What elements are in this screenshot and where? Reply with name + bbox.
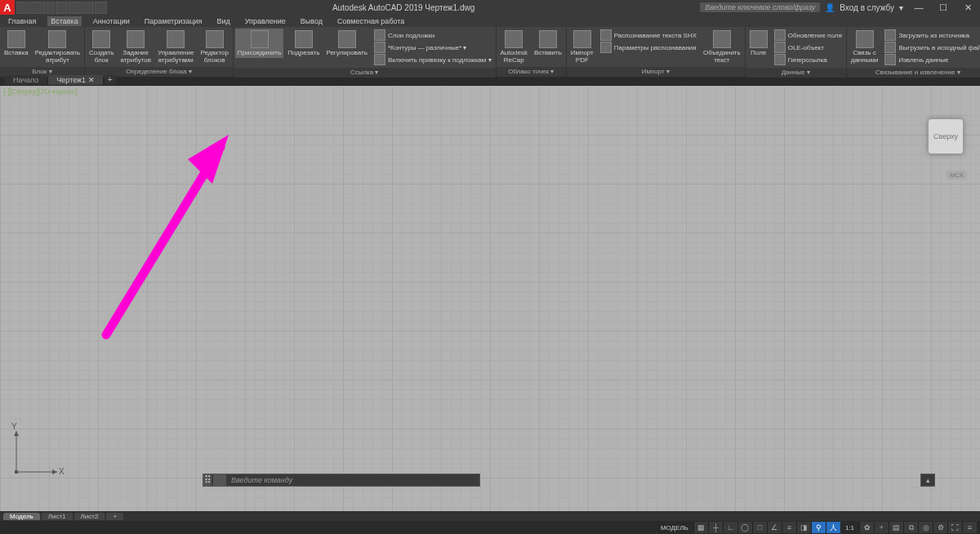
refresh-button[interactable]: Обновление поля [773,29,844,41]
attach-icon [251,30,269,48]
insert-button[interactable]: Вставка [2,29,31,58]
units-icon[interactable]: ▤ [889,522,903,533]
command-handle-icon[interactable]: ⠿ [203,474,212,486]
ucs-badge[interactable]: МСК [947,171,967,180]
layout-tab-лист2[interactable]: Лист2 [74,513,105,520]
menu-параметризация[interactable]: Параметризация [141,16,206,26]
login-button[interactable]: 👤 Вход в службу ▾ [825,3,903,12]
y-axis-label: Y [11,423,17,431]
annotation-scale-icon[interactable]: ⚲ [811,522,826,533]
field-icon [750,30,768,48]
menu-главная[interactable]: Главная [5,16,39,26]
scale-display[interactable]: 1:1 [840,524,859,532]
annotation-monitor-icon[interactable]: + [874,522,889,533]
file-tab-чертеж1[interactable]: Чертеж1 ✕ [48,75,102,85]
qat-save-icon[interactable] [42,2,55,14]
command-input[interactable]: Введите команду [228,476,479,484]
drawing-canvas[interactable]: [-][Сверху][2D-каркас] Сверху МСК X Y ⠿ … [0,86,980,511]
extract-button[interactable]: Извлечь данные [883,54,980,65]
menu-вставка[interactable]: Вставка [47,16,81,26]
clean-screen-icon[interactable]: ⛶ [947,522,962,533]
download-button[interactable]: Загрузить из источника [883,29,980,41]
menu-управление[interactable]: Управление [242,16,289,26]
polar-toggle-icon[interactable]: ◯ [737,522,752,533]
panel-title[interactable]: Импорт ▾ [567,67,745,77]
isolate-icon[interactable]: ◎ [918,522,933,533]
x-axis-label: X [59,467,65,476]
osnap-toggle-icon[interactable]: □ [752,522,767,533]
ole-button[interactable]: OLE-объект [773,42,844,53]
edit-attr-button[interactable]: Редактировать атрибут [33,29,82,65]
adjust-button[interactable]: Регулировать [323,29,369,58]
block-editor-button[interactable]: Редактор блоков [198,29,230,65]
recap-button[interactable]: Autodesk ReCap [498,29,530,65]
ortho-toggle-icon[interactable]: ∟ [723,522,737,533]
qat-undo-icon[interactable] [82,2,94,14]
customize-icon[interactable]: ≡ [962,522,977,533]
help-search-input[interactable]: Введите ключевое слово/фразу [700,2,820,12]
merge-text-button[interactable]: Объединить текст [701,29,743,65]
create-block-button[interactable]: Создать блок [87,29,116,65]
ribbon-row-label: Слои подложки [388,32,434,39]
qat-open-icon[interactable] [29,2,42,14]
file-tab-начало[interactable]: Начало [5,75,47,85]
layers-button[interactable]: Слои подложки [372,29,493,41]
lineweight-toggle-icon[interactable]: ≡ [782,522,796,533]
link-button[interactable]: Гиперссылка [773,54,844,65]
transparency-toggle-icon[interactable]: ◨ [796,522,811,533]
maximize-button[interactable]: ☐ [931,0,956,15]
recognize-button[interactable]: Параметры распознавания [599,42,698,53]
annotation-visibility-icon[interactable]: 人 [826,522,840,533]
qat-saveas-icon[interactable] [56,2,68,14]
app-logo[interactable]: A [0,0,15,15]
panel-title[interactable]: Ссылка ▾ [234,68,496,78]
ribbon-label: Autodesk ReCap [501,49,528,64]
qat-new-icon[interactable] [16,2,29,14]
layout-tab-модель[interactable]: Модель [3,513,40,520]
pdf-icon [573,30,591,48]
otrack-toggle-icon[interactable]: ∠ [767,522,782,533]
field-button[interactable]: Поле [747,29,770,58]
command-prompt-icon[interactable] [213,474,226,486]
clip-button[interactable]: Подрезать [285,29,322,58]
menu-вывод[interactable]: Вывод [297,16,326,26]
model-space-button[interactable]: МОДЕЛЬ [656,524,693,532]
workspace-switch-icon[interactable]: ✿ [859,522,874,533]
qat-plot-icon[interactable] [69,2,81,14]
define-attr-button[interactable]: Задание атрибутов [118,29,154,65]
grid-toggle-icon[interactable]: ▦ [693,522,708,533]
ribbon-label: Управление атрибутами [158,49,194,64]
new-layout-button[interactable]: + [106,513,123,520]
menu-совместная работа[interactable]: Совместная работа [334,16,408,26]
ribbon-label: Вставить [534,49,562,56]
panel-title[interactable]: Связывание и извлечение ▾ [847,68,980,78]
panel-title[interactable]: Облако точек ▾ [497,67,566,77]
upload-button[interactable]: Выгрузить в исходный файл [883,42,980,53]
ribbon-row-label: Распознавание текста SHX [614,32,697,39]
manage-attr-button[interactable]: Управление атрибутами [155,29,196,65]
nav-cube[interactable]: Сверху [928,118,964,154]
hardware-accel-icon[interactable]: ⚙ [933,522,947,533]
ucs-icon[interactable]: X Y [8,423,65,480]
minimize-button[interactable]: — [906,0,931,15]
menu-вид[interactable]: Вид [213,16,233,26]
qat-redo-icon[interactable] [95,2,107,14]
snap-toggle-icon[interactable]: ┼ [708,522,723,533]
panel-title[interactable]: Данные ▾ [746,68,846,78]
insert-pc-button[interactable]: Вставить [532,29,564,58]
view-label[interactable]: [-][Сверху][2D-каркас] [3,87,77,96]
menu-аннотации[interactable]: Аннотации [90,16,133,26]
new-tab-button[interactable]: + [105,75,116,85]
close-button[interactable]: ✕ [956,0,980,15]
quick-props-icon[interactable]: ⧉ [903,522,918,533]
pdf-button[interactable]: Импорт PDF [568,29,596,65]
shx-button[interactable]: Распознавание текста SHX [599,29,698,41]
command-line[interactable]: ⠿ Введите команду [203,474,480,487]
attach-button[interactable]: Присоединить [235,29,283,58]
contour-button[interactable]: *Контуры — различные* ▾ [372,42,493,53]
datalink-button[interactable]: Связь с данными [849,29,881,65]
snap-button[interactable]: Включить привязку к подложкам ▾ [372,54,493,65]
ole-icon [774,42,786,53]
layout-tab-лист1[interactable]: Лист1 [42,513,73,520]
command-expand-icon[interactable]: ▴ [920,474,935,487]
